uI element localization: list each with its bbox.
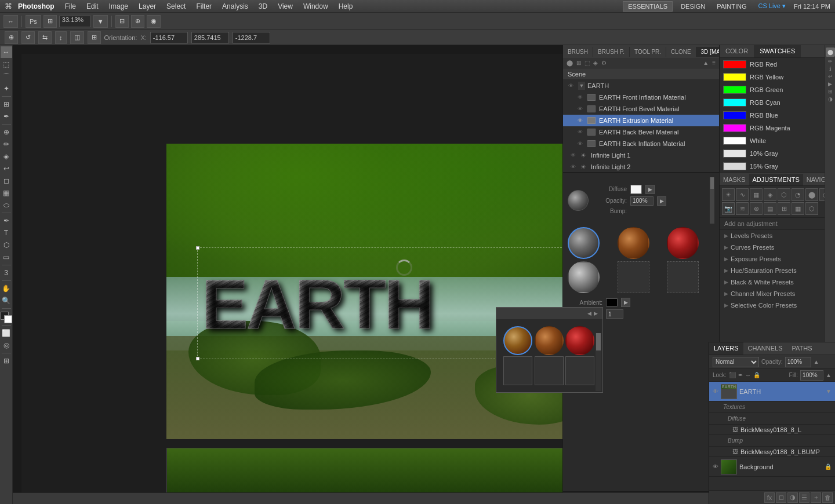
options-btn3[interactable]: ⇆ <box>38 31 52 44</box>
z-input[interactable] <box>233 32 270 43</box>
back-inflation-eye[interactable]: 👁 <box>575 140 585 148</box>
adj-icon-brightness[interactable]: ☀ <box>722 188 735 201</box>
blend-mode-select[interactable]: Normal <box>713 357 759 367</box>
menu-view[interactable]: View <box>274 1 296 12</box>
adj-icon-exposure[interactable]: ◈ <box>764 188 776 201</box>
tool-brush[interactable]: ✏ <box>1 138 12 150</box>
layer-sub-bump[interactable]: Bump <box>709 435 835 447</box>
layers-btn-group[interactable]: ☰ <box>799 492 809 503</box>
workspace-essentials[interactable]: ESSENTIALS <box>623 1 673 12</box>
layers-btn-delete[interactable]: 🗑 <box>822 492 833 503</box>
layers-btn-adjust[interactable]: ◑ <box>787 492 798 503</box>
tool-3d[interactable]: 3 <box>1 267 12 279</box>
tab-3d-materials[interactable]: 3D [MATERIALS] <box>696 47 719 57</box>
brush-icon-1[interactable]: ⬤ <box>565 59 574 67</box>
scene-item-light2[interactable]: 👁 ☀ Infinite Light 2 <box>563 161 719 173</box>
popup-scrollbar[interactable] <box>596 333 601 391</box>
ambient-btn[interactable]: ▶ <box>621 298 630 307</box>
popup-ball-3[interactable] <box>565 326 594 355</box>
adj-icon-gradient-map[interactable]: ▦ <box>792 202 804 215</box>
options-btn1[interactable]: ⊕ <box>5 31 18 44</box>
adj-icon-curves[interactable]: ∿ <box>736 188 749 201</box>
preset-bw[interactable]: ▶ Black & White Presets <box>720 276 835 288</box>
menu-file[interactable]: File <box>61 1 79 12</box>
tool-history[interactable]: ↩ <box>1 163 12 174</box>
y-input[interactable] <box>191 32 229 43</box>
opacity-btn[interactable]: ▶ <box>657 196 666 206</box>
tool-stamp[interactable]: ◈ <box>1 151 12 162</box>
rp-icon-adjust[interactable]: ◑ <box>828 96 833 102</box>
lock-icon-2[interactable]: ✒ <box>738 372 743 378</box>
preset-curves[interactable]: ▶ Curves Presets <box>720 242 835 253</box>
toolbar-mode-btn[interactable]: ⊞ <box>43 15 57 28</box>
swatch-white[interactable]: White <box>720 134 835 147</box>
workspace-design[interactable]: DESIGN <box>677 2 709 11</box>
workspace-cslive[interactable]: CS Live ▾ <box>754 1 789 11</box>
lock-icon-3[interactable]: ↔ <box>745 372 751 378</box>
tab-tool-pr[interactable]: TOOL PR. <box>630 47 666 57</box>
workspace-painting[interactable]: PAINTING <box>713 2 750 11</box>
tool-zoom[interactable]: 🔍 <box>1 295 12 306</box>
tool-dodge[interactable]: ⬭ <box>1 199 12 211</box>
rp-icon-brush[interactable]: ✏ <box>828 59 833 64</box>
tool-eraser[interactable]: ◻ <box>1 175 12 187</box>
tool-screen-mode[interactable]: ⊞ <box>1 355 12 367</box>
tool-magic-wand[interactable]: ✦ <box>1 83 12 94</box>
tool-gradient[interactable]: ▦ <box>1 187 12 199</box>
layer-sub-diffuse[interactable]: Diffuse <box>709 413 835 425</box>
front-bevel-eye[interactable]: 👁 <box>575 105 585 113</box>
brush-icon-4[interactable]: ◈ <box>592 59 599 67</box>
menu-help[interactable]: Help <box>335 1 357 12</box>
menu-filter[interactable]: Filter <box>193 1 215 12</box>
opacity-stepper[interactable]: ▲ <box>814 359 819 365</box>
mat-preview-sphere[interactable] <box>568 190 589 211</box>
toolbar-icon-btn1[interactable]: ⊟ <box>115 15 129 28</box>
toolbar-icon-btn2[interactable]: ⊕ <box>131 15 144 28</box>
tool-eyedropper[interactable]: ✒ <box>1 111 12 122</box>
tab-color[interactable]: COLOR <box>720 45 754 57</box>
popup-scroll-thumb[interactable] <box>596 333 601 350</box>
light2-eye[interactable]: 👁 <box>568 163 578 171</box>
scene-item-earth[interactable]: 👁 ▼ EARTH <box>563 80 719 92</box>
scene-item-front-inflation[interactable]: 👁 EARTH Front Inflation Material <box>563 92 719 103</box>
tab-paths[interactable]: PATHS <box>787 342 817 355</box>
tool-move[interactable]: ↔ <box>1 46 12 58</box>
swatch-rgb-red[interactable]: RGB Red <box>720 58 835 71</box>
lock-icon-4[interactable]: 🔒 <box>753 372 760 378</box>
menu-edit[interactable]: Edit <box>83 1 102 12</box>
adj-icon-vibrance[interactable]: ⬡ <box>778 188 790 201</box>
x-input[interactable] <box>150 32 188 43</box>
options-btn4[interactable]: ↕ <box>55 31 67 44</box>
adj-icon-selective[interactable]: ⬡ <box>805 202 818 215</box>
tab-layers[interactable]: LAYERS <box>709 342 743 355</box>
bg-layer-eye[interactable]: 👁 <box>713 463 718 470</box>
mat-ball-brown[interactable] <box>618 227 649 259</box>
mat-scrollbar[interactable] <box>710 177 714 224</box>
apple-icon[interactable]: ⌘ <box>5 2 12 10</box>
tool-heal[interactable]: ⊕ <box>1 126 12 138</box>
swatch-rgb-yellow[interactable]: RGB Yellow <box>720 71 835 83</box>
tool-type[interactable]: T <box>1 227 12 239</box>
popup-right[interactable]: ▶ <box>594 311 598 316</box>
toolbar-tool-btn[interactable]: ↔ <box>3 15 18 28</box>
opacity-input[interactable] <box>630 196 654 206</box>
toolbar-icon-btn3[interactable]: ◉ <box>147 15 161 28</box>
swatch-rgb-green[interactable]: RGB Green <box>720 83 835 96</box>
layers-btn-fx[interactable]: fx <box>764 492 775 503</box>
menu-analysis[interactable]: Analysis <box>219 1 252 12</box>
scene-item-front-bevel[interactable]: 👁 EARTH Front Bevel Material <box>563 103 719 115</box>
tool-select-rect[interactable]: ⬚ <box>1 59 12 70</box>
adj-icon-colorbalance[interactable]: ⬤ <box>805 188 818 201</box>
layer-sub-brick2[interactable]: 🖼 BrickMessy0188_8_LBUMP <box>709 447 835 457</box>
layer-sub-brick1[interactable]: 🖼 BrickMessy0188_8_L <box>709 425 835 435</box>
zoom-input[interactable]: 33.13% <box>59 16 91 27</box>
layers-btn-mask[interactable]: ◻ <box>776 492 786 503</box>
panel-collapse[interactable]: ▲ <box>702 59 710 67</box>
tool-hand[interactable]: ✋ <box>1 283 12 294</box>
adj-icon-photo[interactable]: 📷 <box>722 202 735 215</box>
tool-crop[interactable]: ⊞ <box>1 98 12 110</box>
toolbar-ps-btn[interactable]: Ps <box>26 15 41 28</box>
brush-icon-5[interactable]: ⚙ <box>600 59 608 67</box>
options-btn2[interactable]: ↺ <box>21 31 35 44</box>
tab-clone[interactable]: CLONE <box>666 47 696 57</box>
